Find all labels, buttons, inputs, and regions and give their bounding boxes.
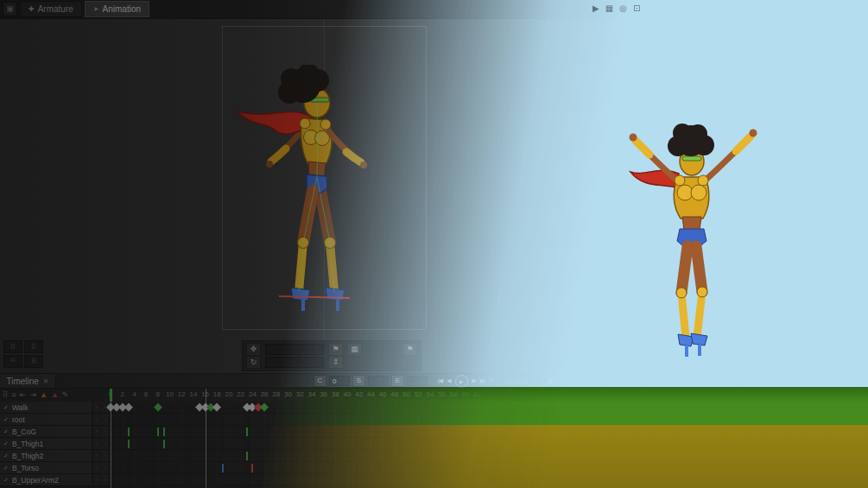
keyframe-tick[interactable] bbox=[222, 464, 224, 472]
end-frame-button[interactable]: E bbox=[391, 375, 404, 387]
keyframe-tick[interactable] bbox=[251, 464, 253, 472]
playhead[interactable] bbox=[110, 389, 112, 402]
row-option-dot[interactable]: · bbox=[100, 438, 108, 449]
near-arm[interactable] bbox=[326, 129, 367, 168]
dots-grid-icon-3[interactable]: ⠛ bbox=[3, 355, 22, 368]
timeline-row-B_Thigh1[interactable]: ✓B_Thigh1·· bbox=[0, 438, 868, 450]
row-option-dot[interactable]: · bbox=[100, 462, 108, 473]
ruler-frame-label: 12 bbox=[178, 390, 186, 398]
current-frame-value[interactable]: 0 bbox=[329, 376, 350, 386]
row-option-dot[interactable]: · bbox=[100, 474, 108, 485]
dots-grid-icon-1[interactable]: ⠿ bbox=[3, 340, 22, 353]
timeline-row-B_CoG[interactable]: ✓B_CoG·· bbox=[0, 426, 868, 438]
play-button[interactable]: ▶ bbox=[455, 375, 468, 388]
row-name: Walk bbox=[12, 403, 29, 412]
ruler-frame-label: 58 bbox=[450, 390, 458, 398]
prev-keyframe-icon[interactable]: ⇤ bbox=[20, 390, 27, 401]
row-visibility-check-icon[interactable]: ✓ bbox=[3, 453, 9, 459]
row-label[interactable]: ✓B_Thigh1 bbox=[0, 438, 92, 449]
onion-skin-after-icon[interactable]: ▲ bbox=[51, 390, 59, 401]
grid-snap-icon[interactable]: ▦ bbox=[347, 343, 362, 356]
keyframe-tick[interactable] bbox=[246, 428, 248, 436]
row-label[interactable]: ✓B_Thigh2 bbox=[0, 450, 92, 461]
layer-list-icon[interactable]: ≡ bbox=[12, 390, 16, 401]
end-frame-value[interactable] bbox=[407, 376, 428, 386]
row-option-dot[interactable]: · bbox=[100, 414, 108, 425]
row-option-dot[interactable]: · bbox=[92, 450, 100, 461]
step-back-button[interactable]: ◀ bbox=[447, 377, 450, 384]
step-forward-button[interactable]: ▶ bbox=[472, 377, 476, 384]
start-frame-value[interactable] bbox=[368, 376, 389, 386]
row-visibility-check-icon[interactable]: ✓ bbox=[3, 477, 9, 484]
scale-tool-icon[interactable]: ⇕ bbox=[328, 356, 343, 369]
timeline-row-B_UpperArm2[interactable]: ✓B_UpperArm2·· bbox=[0, 474, 868, 486]
keyframe-tick[interactable] bbox=[163, 428, 165, 436]
row-visibility-check-icon[interactable]: ✓ bbox=[3, 416, 9, 423]
start-frame-button[interactable]: S bbox=[352, 375, 365, 387]
dots-grid-icon-4[interactable]: ⠿ bbox=[24, 355, 43, 368]
row-visibility-check-icon[interactable]: ✓ bbox=[3, 428, 9, 435]
row-visibility-check-icon[interactable]: ✓ bbox=[3, 465, 9, 472]
dots-grid-icon-2[interactable]: ⠿ bbox=[24, 340, 43, 353]
back-leg[interactable] bbox=[320, 191, 345, 311]
timeline-row-B_Thigh2[interactable]: ✓B_Thigh2·· bbox=[0, 450, 868, 462]
timeline-row-root[interactable]: ✓root·· bbox=[0, 414, 868, 426]
close-icon[interactable]: ✕ bbox=[43, 377, 49, 385]
row-visibility-check-icon[interactable]: ✓ bbox=[3, 404, 9, 411]
pose-flag-2-icon[interactable]: ⚑ bbox=[402, 343, 417, 356]
row-option-dot[interactable]: · bbox=[92, 414, 100, 425]
keyframe-diamond[interactable] bbox=[154, 403, 162, 412]
keyframe-diamond[interactable] bbox=[212, 403, 221, 412]
row-visibility-check-icon[interactable]: ✓ bbox=[3, 440, 9, 447]
row-option-dot[interactable]: · bbox=[100, 450, 108, 461]
frame-grid-icon[interactable]: ⠿ bbox=[3, 390, 9, 401]
shoulder-pad[interactable] bbox=[300, 118, 310, 129]
row-label[interactable]: ✓B_UpperArm2 bbox=[0, 474, 92, 485]
transform-y-field[interactable] bbox=[265, 357, 324, 368]
move-tool-icon[interactable]: ✥ bbox=[246, 343, 261, 356]
row-label[interactable]: ✓B_CoG bbox=[0, 426, 92, 437]
skip-to-start-button[interactable]: |◀ bbox=[438, 377, 442, 384]
keyframe-tick[interactable] bbox=[128, 428, 130, 436]
front-leg[interactable] bbox=[291, 191, 313, 311]
timeline-panel-tab[interactable]: Timeline ✕ bbox=[0, 374, 56, 388]
app-icon[interactable]: ▣ bbox=[3, 2, 17, 16]
tab-animation[interactable]: ➤ Animation bbox=[85, 1, 149, 17]
skip-to-end-button[interactable]: ▶| bbox=[480, 377, 485, 384]
next-keyframe-icon[interactable]: ⇥ bbox=[29, 390, 36, 401]
speed-slider[interactable] bbox=[534, 380, 582, 383]
shoulder-pad[interactable] bbox=[320, 119, 331, 130]
keyframe-diamond[interactable] bbox=[124, 403, 133, 412]
transform-x-field[interactable] bbox=[265, 344, 324, 355]
pose-flag-icon[interactable]: ⚑ bbox=[328, 343, 343, 356]
timeline-row-B_Torso[interactable]: ✓B_Torso·· bbox=[0, 462, 868, 474]
edit-keys-icon[interactable]: ✎ bbox=[62, 390, 69, 401]
current-frame-button[interactable]: C bbox=[314, 375, 326, 387]
keyframe-tick[interactable] bbox=[163, 440, 165, 448]
ruler-frame-label: 52 bbox=[415, 390, 422, 398]
row-option-dot[interactable]: · bbox=[92, 462, 100, 473]
row-option-dot[interactable]: · bbox=[92, 438, 100, 449]
row-label[interactable]: ✓root bbox=[0, 414, 92, 425]
row-label[interactable]: ✓B_Torso bbox=[0, 462, 92, 473]
tab-armature[interactable]: ✚ Armature bbox=[20, 1, 82, 17]
rotate-tool-icon[interactable]: ↻ bbox=[246, 356, 261, 369]
row-option-dot[interactable]: · bbox=[92, 426, 100, 437]
row-label[interactable]: ✓Walk bbox=[0, 402, 92, 413]
row-name: B_Thigh2 bbox=[12, 452, 43, 460]
onion-skin-before-icon[interactable]: ▲ bbox=[40, 390, 48, 401]
keyframe-tick[interactable] bbox=[246, 452, 248, 460]
row-option-dot[interactable]: · bbox=[100, 426, 108, 437]
ruler-frame-label: 18 bbox=[213, 390, 221, 398]
speed-slider-handle[interactable] bbox=[548, 377, 554, 384]
row-option-dot[interactable]: · bbox=[92, 474, 100, 485]
keyframe-diamond[interactable] bbox=[260, 403, 269, 412]
row-option-dot[interactable]: · bbox=[92, 402, 100, 413]
stage-canvas[interactable]: ⠿⠿⠛⠿ ✥ ⚑ ▦ ⚑ ↻ ⇕ bbox=[0, 19, 868, 373]
loop-button[interactable]: ↻ bbox=[489, 377, 493, 384]
timeline-row-Walk[interactable]: ✓Walk·· bbox=[0, 402, 868, 414]
character-canvas[interactable] bbox=[229, 65, 393, 324]
keyframe-tick[interactable] bbox=[128, 440, 130, 448]
keyframe-tick[interactable] bbox=[157, 428, 159, 436]
ruler-frame-label: 60 bbox=[462, 390, 470, 398]
